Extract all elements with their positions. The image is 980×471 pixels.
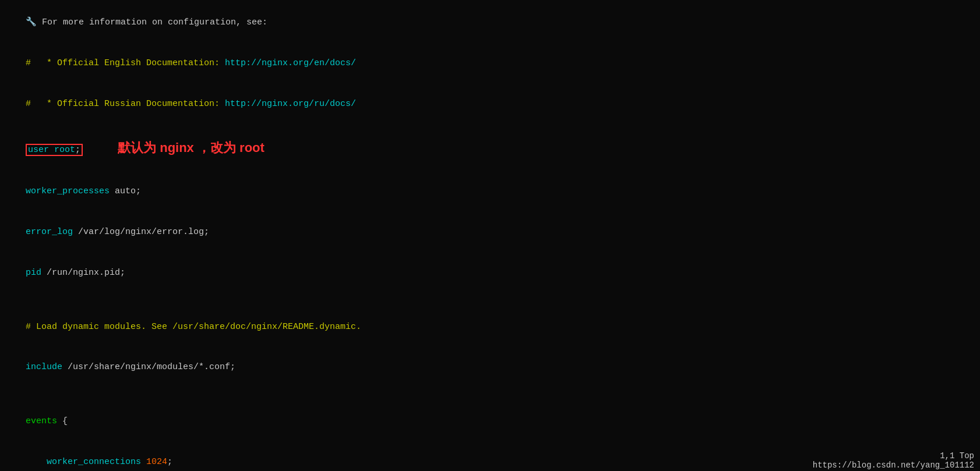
directive-error-log: error_log [26,227,73,237]
line-9: # Load dynamic modules. See /usr/share/d… [5,306,975,347]
pid-value: /run/nginx.pid; [41,268,125,278]
semicolon-1: ; [75,145,80,155]
directive-pid: pid [26,268,41,278]
cursor-position: 1,1 Top [813,451,974,461]
line-5: worker_processes auto; [5,171,975,212]
watermark-url: https://blog.csdn.net/yang_101112 [813,461,974,470]
comment-url-en: http://nginx.org/en/docs/ [225,58,356,68]
line-6: error_log /var/log/nginx/error.log; [5,212,975,253]
line-12: events { [5,401,975,442]
position-number: 1,1 [940,451,954,461]
comment-load-dynamic: # Load dynamic modules. See /usr/share/d… [26,322,361,332]
user-root-box: user root; [26,144,83,156]
semi-wc: ; [167,457,172,467]
line-7: pid /run/nginx.pid; [5,252,975,293]
comment-url-ru: http://nginx.org/ru/docs/ [225,99,356,109]
comment-hash-3: # * Official Russian Documentation: [26,99,225,109]
annotation-chinese: 默认为 nginx ，改为 root [118,140,265,155]
comment-text-1: For more information on configuration, s… [37,17,267,27]
value-root: root [54,145,75,155]
directive-worker-processes: worker_processes [26,186,110,196]
empty-line-1 [5,293,975,306]
empty-line-2 [5,388,975,401]
line-2: # * Official English Documentation: http… [5,43,975,84]
comment-hash-2: # * Official English Documentation: [26,58,225,68]
value-1024: 1024 [146,457,167,467]
position-spacer [954,451,959,461]
include-value: /usr/share/nginx/modules/*.conf; [62,362,235,372]
events-brace: { [57,416,68,426]
line-10: include /usr/share/nginx/modules/*.conf; [5,347,975,388]
position-label: Top [960,451,974,461]
line-4: user root;默认为 nginx ，改为 root [5,124,975,171]
space-1 [49,145,54,155]
space-wc [141,457,146,467]
line-3: # * Official Russian Documentation: http… [5,84,975,125]
line-1: 🔧 For more information on configuration,… [5,2,975,43]
directive-include: include [26,362,62,372]
status-bar: 1,1 Top https://blog.csdn.net/yang_10111… [813,451,974,470]
error-log-value: /var/log/nginx/error.log; [73,227,209,237]
keyword-events: events [26,416,57,426]
indent-1 [26,457,47,467]
code-editor: 🔧 For more information on configuration,… [0,0,980,471]
comment-icon: 🔧 [26,17,37,27]
worker-processes-value: auto; [110,186,141,196]
keyword-user: user [28,145,49,155]
directive-worker-connections: worker_connections [47,457,141,467]
